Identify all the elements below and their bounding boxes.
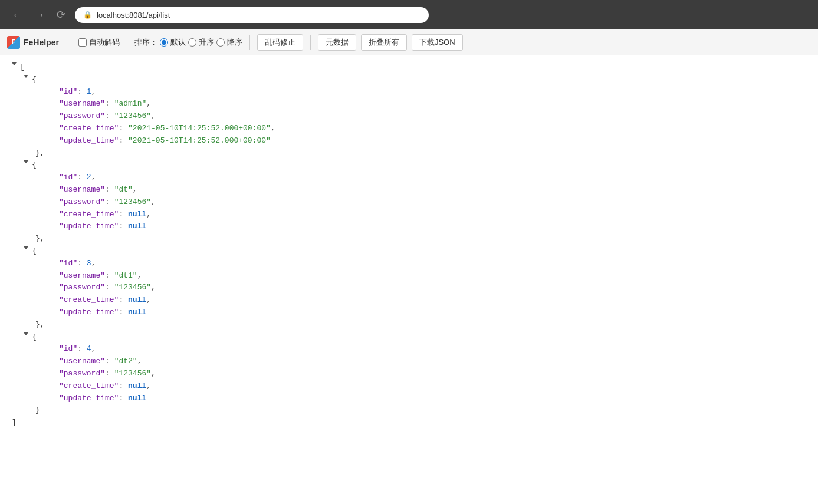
record-2-id: "id": 2, bbox=[59, 172, 806, 184]
record-1-triangle bbox=[24, 75, 28, 78]
record-2-update-time: "update_time": null bbox=[59, 220, 806, 233]
record-3-update-time: "update_time": null bbox=[59, 307, 806, 319]
record-1-fields: "id": 1, "username": "admin", "password"… bbox=[24, 86, 806, 147]
sort-asc-radio[interactable] bbox=[188, 38, 196, 47]
record-1-id: "id": 1, bbox=[59, 86, 806, 98]
record-4-username: "username": "dt2", bbox=[59, 355, 806, 368]
record-4-update-time: "update_time": null bbox=[59, 393, 806, 405]
fix-encoding-button[interactable]: 乱码修正 bbox=[257, 34, 303, 51]
record-2-fields: "id": 2, "username": "dt", "password": "… bbox=[24, 172, 806, 233]
fehelper-logo: F FeHelper bbox=[7, 36, 59, 49]
fold-all-button[interactable]: 折叠所有 bbox=[361, 34, 407, 51]
record-2-toggle[interactable] bbox=[24, 159, 31, 163]
address-bar[interactable]: 🔒 localhost:8081/api/list bbox=[75, 7, 429, 23]
browser-chrome: ← → ⟳ 🔒 localhost:8081/api/list bbox=[0, 0, 818, 29]
record-3-close: }, bbox=[24, 319, 806, 331]
record-3-password: "password": "123456", bbox=[59, 282, 806, 294]
back-button[interactable]: ← bbox=[9, 7, 25, 22]
record-4-create-time: "create_time": null, bbox=[59, 380, 806, 393]
record-4-fields: "id": 4, "username": "dt2", "password": … bbox=[24, 343, 806, 404]
record-3-open: { bbox=[24, 245, 806, 258]
sort-default-label: 默认 bbox=[170, 37, 186, 48]
auto-decode-checkbox[interactable] bbox=[78, 38, 87, 47]
record-3-triangle bbox=[24, 246, 28, 249]
forward-button[interactable]: → bbox=[32, 7, 47, 22]
fehelper-toolbar: F FeHelper 自动解码 排序： 默认 升序 降序 乱码修正 元数据 折叠… bbox=[0, 29, 818, 55]
record-2-create-time: "create_time": null, bbox=[59, 209, 806, 221]
record-1-username: "username": "admin", bbox=[59, 98, 806, 110]
sort-desc-label: 降序 bbox=[227, 37, 242, 48]
record-1-open: { bbox=[24, 74, 806, 86]
record-2-open: { bbox=[24, 159, 806, 172]
divider-2 bbox=[127, 35, 127, 50]
download-json-button[interactable]: 下载JSON bbox=[412, 34, 463, 51]
root-array-close: ] bbox=[12, 417, 806, 429]
root-toggle[interactable] bbox=[12, 61, 19, 65]
divider-4 bbox=[310, 35, 311, 50]
record-1-update-time: "update_time": "2021-05-10T14:25:52.000+… bbox=[59, 135, 806, 147]
record-3-id: "id": 3, bbox=[59, 258, 806, 270]
record-1-password: "password": "123456", bbox=[59, 110, 806, 123]
fehelper-logo-text: FeHelper bbox=[24, 38, 59, 47]
fehelper-logo-icon: F bbox=[7, 36, 20, 49]
root-array-open: [ bbox=[12, 61, 806, 74]
divider-1 bbox=[71, 35, 71, 50]
record-2-triangle bbox=[24, 160, 28, 163]
record-3: { "id": 3, "username": "dt1", "password"… bbox=[12, 245, 806, 331]
divider-3 bbox=[249, 35, 250, 50]
record-4-toggle[interactable] bbox=[24, 331, 31, 335]
record-2-close: }, bbox=[24, 233, 806, 245]
record-2-username: "username": "dt", bbox=[59, 184, 806, 196]
record-2-password: "password": "123456", bbox=[59, 196, 806, 209]
root-triangle bbox=[12, 62, 17, 65]
sort-asc-label: 升序 bbox=[199, 37, 214, 48]
record-4-id: "id": 4, bbox=[59, 343, 806, 355]
sort-label: 排序： bbox=[134, 37, 157, 48]
auto-decode-item: 自动解码 bbox=[78, 37, 120, 48]
meta-button[interactable]: 元数据 bbox=[318, 34, 356, 51]
record-1-toggle[interactable] bbox=[24, 74, 31, 78]
sort-desc-radio[interactable] bbox=[216, 38, 225, 47]
record-1: { "id": 1, "username": "admin", "passwor… bbox=[12, 74, 806, 160]
record-3-toggle[interactable] bbox=[24, 245, 31, 249]
sort-default-radio[interactable] bbox=[160, 38, 168, 47]
record-4-close: } bbox=[24, 404, 806, 417]
auto-decode-label: 自动解码 bbox=[89, 37, 120, 48]
record-3-username: "username": "dt1", bbox=[59, 270, 806, 282]
sort-item: 排序： 默认 升序 降序 bbox=[134, 37, 242, 48]
record-1-create-time: "create_time": "2021-05-10T14:25:52.000+… bbox=[59, 123, 806, 135]
record-2: { "id": 2, "username": "dt", "password":… bbox=[12, 159, 806, 245]
record-3-create-time: "create_time": null, bbox=[59, 294, 806, 307]
record-3-fields: "id": 3, "username": "dt1", "password": … bbox=[24, 258, 806, 319]
record-4: { "id": 4, "username": "dt2", "password"… bbox=[12, 331, 806, 417]
record-1-close: }, bbox=[24, 147, 806, 160]
url-text: localhost:8081/api/list bbox=[97, 11, 170, 19]
record-4-triangle bbox=[24, 332, 28, 335]
record-4-password: "password": "123456", bbox=[59, 368, 806, 380]
json-content: [ { "id": 1, "username": "admin", "passw… bbox=[0, 55, 818, 504]
reload-button[interactable]: ⟳ bbox=[54, 7, 68, 22]
record-4-open: { bbox=[24, 331, 806, 344]
lock-icon: 🔒 bbox=[83, 11, 92, 19]
